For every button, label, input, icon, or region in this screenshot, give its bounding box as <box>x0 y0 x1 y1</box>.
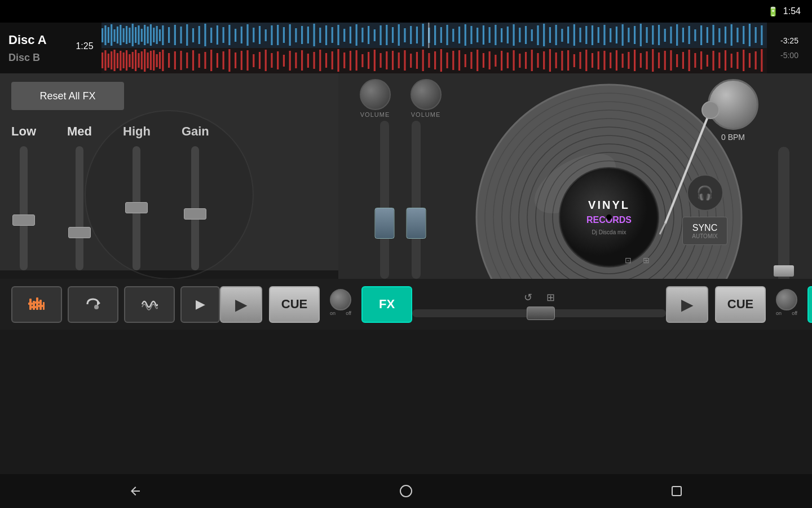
headphone-button[interactable]: 🎧 <box>687 174 723 211</box>
play-button-a[interactable]: ▶ <box>220 286 262 323</box>
svg-rect-138 <box>144 49 145 72</box>
status-time: 1:54 <box>783 6 801 16</box>
eq-low-thumb[interactable] <box>12 214 35 226</box>
play-small-button[interactable]: ▶ <box>180 286 220 323</box>
svg-rect-128 <box>113 50 115 71</box>
svg-rect-199 <box>495 55 496 67</box>
svg-rect-70 <box>458 27 460 43</box>
svg-rect-131 <box>123 52 125 68</box>
eq-high-slider[interactable] <box>133 146 140 270</box>
cue-button-b[interactable]: CUE <box>715 286 766 323</box>
cue-label-a: CUE <box>281 297 307 312</box>
svg-rect-90 <box>579 28 581 42</box>
svg-rect-236 <box>718 52 720 68</box>
fader-a-thumb[interactable] <box>375 208 395 239</box>
fx-button-a[interactable]: FX <box>361 286 412 323</box>
pitch-slider[interactable] <box>778 147 789 279</box>
svg-rect-113 <box>718 28 720 42</box>
eq-low-slider[interactable] <box>20 146 28 270</box>
svg-rect-232 <box>694 53 696 68</box>
fader-a[interactable] <box>380 121 389 279</box>
svg-rect-42 <box>289 24 291 46</box>
svg-rect-174 <box>343 52 345 68</box>
toggle-knob-b[interactable] <box>776 289 797 310</box>
recent-icon <box>670 484 683 498</box>
fader-b-thumb[interactable] <box>407 208 426 239</box>
svg-rect-201 <box>507 52 509 68</box>
sync-button[interactable]: SYNC AUTOMIX <box>682 217 727 245</box>
crossfader-icon-right: ⊞ <box>643 256 650 265</box>
home-button[interactable] <box>389 480 423 502</box>
svg-rect-104 <box>664 29 666 42</box>
eq-gain-thumb[interactable] <box>184 208 206 220</box>
svg-rect-214 <box>585 50 587 71</box>
svg-rect-20 <box>159 29 161 41</box>
crossfader-area: ⊡ ⊞ <box>625 256 650 268</box>
svg-rect-95 <box>610 28 611 42</box>
crossfader[interactable] <box>412 309 666 317</box>
volume-knob-b[interactable] <box>411 79 442 110</box>
svg-rect-137 <box>141 51 143 69</box>
svg-rect-164 <box>283 55 285 67</box>
svg-rect-84 <box>543 24 545 46</box>
loop-icon: ↺ <box>524 291 532 304</box>
svg-rect-17 <box>150 24 152 46</box>
svg-rect-225 <box>652 49 654 72</box>
cue-button-a[interactable]: CUE <box>269 286 320 323</box>
fx-button-b[interactable]: FX <box>807 286 812 323</box>
svg-rect-144 <box>162 50 164 71</box>
back-button[interactable] <box>118 480 152 502</box>
svg-rect-6 <box>117 27 118 43</box>
replay-button[interactable] <box>68 286 118 323</box>
eq-med-thumb[interactable] <box>68 227 91 238</box>
play-button-b[interactable]: ▶ <box>666 286 708 323</box>
crossfader-icon-left: ⊡ <box>625 256 632 265</box>
svg-rect-136 <box>138 53 139 68</box>
svg-rect-73 <box>476 28 478 42</box>
svg-rect-269 <box>28 303 33 305</box>
equalizer-button[interactable] <box>11 286 62 323</box>
volume-b-label: VOLUME <box>411 111 440 118</box>
disc-a-label: Disc A <box>8 30 68 50</box>
waveform-top[interactable] <box>102 23 767 48</box>
svg-rect-27 <box>198 26 200 44</box>
svg-rect-34 <box>241 27 242 43</box>
svg-rect-177 <box>361 54 363 67</box>
waveform-area: Disc A Disc B 1:25 <box>0 23 812 73</box>
eq-high-thumb[interactable] <box>125 202 148 213</box>
wave-button[interactable] <box>124 286 175 323</box>
crossfader-thumb[interactable] <box>527 306 555 320</box>
toggle-knob-a[interactable] <box>330 289 351 310</box>
eq-gain-slider[interactable] <box>191 146 199 270</box>
end-times: -3:25 -5:00 <box>767 23 812 73</box>
wave-icon <box>141 296 158 312</box>
svg-rect-212 <box>573 54 575 67</box>
svg-rect-222 <box>634 50 636 71</box>
svg-rect-105 <box>670 27 672 43</box>
svg-rect-186 <box>416 52 418 69</box>
on-off-toggle-a[interactable]: on off <box>326 289 355 320</box>
svg-rect-28 <box>204 24 206 46</box>
recent-button[interactable] <box>660 480 694 502</box>
svg-rect-86 <box>555 25 557 45</box>
svg-rect-54 <box>361 28 363 42</box>
svg-rect-135 <box>135 50 136 71</box>
svg-rect-147 <box>180 51 182 70</box>
reset-fx-button[interactable]: Reset All FX <box>11 82 124 110</box>
svg-rect-83 <box>537 25 539 45</box>
svg-rect-198 <box>489 51 491 69</box>
waveform-container[interactable] <box>102 23 767 73</box>
on-off-toggle-b[interactable]: on off <box>773 289 801 320</box>
svg-rect-134 <box>132 52 134 69</box>
waveform-bottom[interactable] <box>102 48 767 73</box>
fader-b[interactable] <box>412 121 421 279</box>
eq-med-slider[interactable] <box>76 146 83 270</box>
svg-rect-207 <box>543 51 545 69</box>
svg-rect-240 <box>743 50 744 71</box>
svg-rect-81 <box>525 26 527 44</box>
svg-rect-163 <box>277 51 279 69</box>
pitch-thumb[interactable] <box>774 265 794 277</box>
volume-knob-a[interactable] <box>360 79 391 110</box>
svg-rect-31 <box>223 27 224 43</box>
svg-rect-76 <box>495 25 496 45</box>
